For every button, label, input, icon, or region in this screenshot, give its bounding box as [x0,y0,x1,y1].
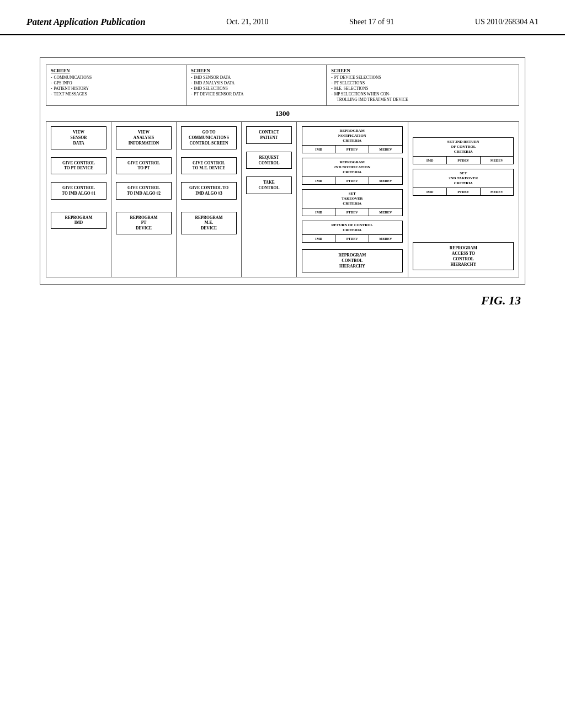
2ndtakeover-ptdev: PTDEV [447,157,481,164]
screen3-title: SCREEN [331,68,514,73]
reprogram-2nd-notif-title: REPROGRAM2ND NOTIFICATIONCRITERIA [302,158,402,176]
reprogram-notif-criteria-group: REPROGRAMNOTIFICATIONCRITERIA IMD PTDEV … [302,126,403,153]
2ndtakeover-imd: IMD [413,157,447,164]
takeover-ptdev: PTDEV [335,208,369,216]
main-flow-area: VIEWSENSORDATA GIVE CONTROLTO PT DEVICE … [46,121,519,277]
flow-col-1: VIEWSENSORDATA GIVE CONTROLTO PT DEVICE … [46,122,111,276]
notif2-medev: MEDEV [369,177,402,184]
page-header: Patent Application Publication Oct. 21, … [0,0,565,35]
flow-col-4: CONTACTPATIENT REQUESTCONTROL TAKECONTRO… [242,122,297,276]
give-control-imd-algo3-box: GIVE CONTROL TOIMD ALGO #3 [181,182,236,200]
request-control-box: REQUESTCONTROL [246,152,292,169]
flow-col-6: SET 2ND RETURNOF CONTROLCRITERIA IMD PTD… [408,122,519,276]
flow-col-3: GO TOCOMMUNICATIONSCONTROL SCREEN GIVE C… [177,122,242,276]
figure-label: FIG. 13 [481,293,521,308]
return2-medev: MEDEV [481,188,514,195]
set-takeover-criteria-group: SETTAKEOVERCRITERIA IMD PTDEV MEDEV [302,189,403,216]
set-2nd-takeover-criteria-group: SET 2ND RETURNOF CONTROLCRITERIA IMD PTD… [413,137,514,164]
set-return-control2-title: SET2ND TAKEOVERCRITERIA [413,169,513,188]
screen1-items: -COMMUNICATIONS -GPS INFO -PATIENT HISTO… [51,75,182,98]
take-control-box: TAKECONTROL [246,176,292,194]
return-medev: MEDEV [369,235,402,242]
diagram-outer-box: SCREEN -COMMUNICATIONS -GPS INFO -PATIEN… [40,57,525,285]
flow-col-5: REPROGRAMNOTIFICATIONCRITERIA IMD PTDEV … [297,122,408,276]
reprogram-pt-device-box: REPROGRAMPTDEVICE [116,212,171,234]
reprogram-control-hierarchy-box: REPROGRAMCONTROLHIERARCHY [302,249,403,272]
give-control-imd-algo1-box: GIVE CONTROLTO IMD ALGO #1 [51,182,106,200]
screen-block-3: SCREEN -PT DEVICE SELECTIONS -PT SELECTI… [327,65,519,106]
sheet-info: Sheet 17 of 91 [349,15,394,26]
diagram-number: 1300 [46,109,519,118]
set-takeover-title: SETTAKEOVERCRITERIA [302,190,402,208]
reprogram-access-control-hierarchy-box: REPROGRAMACCESS TOCONTROLHIERARCHY [413,242,514,270]
notif2-ptdev: PTDEV [335,177,369,184]
screen-block-2: SCREEN -IMD SENSOR DATA -IMD ANALYSIS DA… [186,65,327,106]
return-ptdev: PTDEV [335,235,369,242]
reprogram-notif-subs: IMD PTDEV MEDEV [302,146,402,153]
return2-ptdev: PTDEV [447,188,481,195]
reprogram-imd-box: REPROGRAMIMD [51,212,106,229]
view-sensor-data-box: VIEWSENSORDATA [51,126,106,149]
screen1-title: SCREEN [51,68,182,73]
reprogram-2nd-notif-subs: IMD PTDEV MEDEV [302,177,402,184]
publication-title: Patent Application Publication [26,15,146,29]
set-return-control-criteria2-group: SET2ND TAKEOVERCRITERIA IMD PTDEV MEDEV [413,169,514,196]
give-control-me-box: GIVE CONTROLTO M.E. DEVICE [181,157,236,175]
contact-patient-box: CONTACTPATIENT [246,126,292,144]
screen2-title: SCREEN [191,68,322,73]
set-2nd-takeover-title: SET 2ND RETURNOF CONTROLCRITERIA [413,138,513,156]
reprogram-2nd-notif-criteria-group: REPROGRAM2ND NOTIFICATIONCRITERIA IMD PT… [302,158,403,185]
set-return-control2-subs: IMD PTDEV MEDEV [413,188,513,195]
go-to-comms-box: GO TOCOMMUNICATIONSCONTROL SCREEN [181,126,236,149]
screen3-items: -PT DEVICE SELECTIONS -PT SELECTIONS -M.… [331,75,514,103]
return-control-title: RETURN OF CONTROLCRITERIA [302,221,402,235]
flow-col-2: VIEWANALYSISINFORMATION GIVE CONTROLTO P… [111,122,177,276]
screen-block-1: SCREEN -COMMUNICATIONS -GPS INFO -PATIEN… [46,65,186,106]
takeover-imd: IMD [302,208,336,216]
set-takeover-subs: IMD PTDEV MEDEV [302,208,402,216]
give-control-pt-device-box: GIVE CONTROLTO PT DEVICE [51,157,106,175]
diagram-wrapper: SCREEN -COMMUNICATIONS -GPS INFO -PATIEN… [40,57,525,285]
notif-ptdev: PTDEV [335,146,369,153]
set-2nd-takeover-subs: IMD PTDEV MEDEV [413,157,513,164]
2ndtakeover-medev: MEDEV [481,157,514,164]
give-control-pt-box: GIVE CONTROLTO PT [116,157,171,175]
takeover-medev: MEDEV [369,208,402,216]
return-control-subs: IMD PTDEV MEDEV [302,235,402,242]
publication-date: Oct. 21, 2010 [226,15,268,26]
return-control-criteria-group: RETURN OF CONTROLCRITERIA IMD PTDEV MEDE… [302,221,403,243]
main-content: SCREEN -COMMUNICATIONS -GPS INFO -PATIEN… [0,35,565,330]
return2-imd: IMD [413,188,447,195]
patent-number: US 2010/268304 A1 [475,15,539,26]
return-imd: IMD [302,235,336,242]
reprogram-me-device-box: REPROGRAMM.E.DEVICE [181,212,236,234]
notif-medev: MEDEV [369,146,402,153]
give-control-imd-algo2-box: GIVE CONTROLTO IMD ALGO #2 [116,182,171,200]
reprogram-notif-title: REPROGRAMNOTIFICATIONCRITERIA [302,127,402,145]
view-analysis-box: VIEWANALYSISINFORMATION [116,126,171,149]
screen2-items: -IMD SENSOR DATA -IMD ANALYSIS DATA -IMD… [191,75,322,98]
notif-imd: IMD [302,146,336,153]
top-screens-row: SCREEN -COMMUNICATIONS -GPS INFO -PATIEN… [46,65,519,106]
notif2-imd: IMD [302,177,336,184]
